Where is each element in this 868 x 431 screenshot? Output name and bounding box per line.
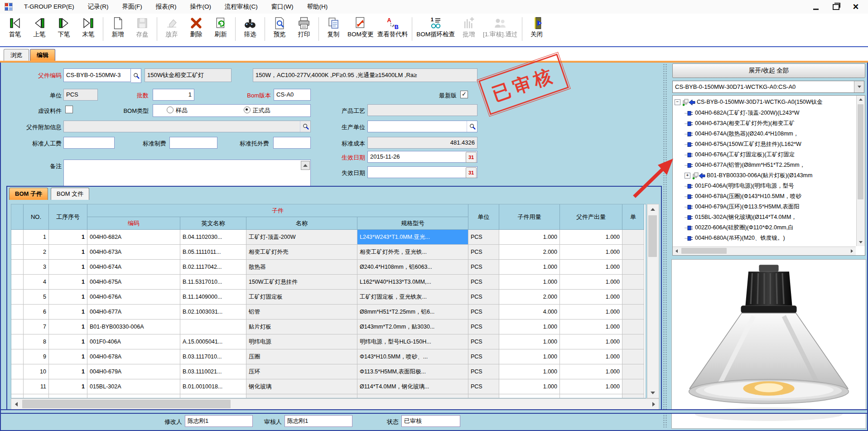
bom-cell-en[interactable]: B.05.1111011... bbox=[180, 245, 246, 260]
tree-hscroll-right-button[interactable] bbox=[848, 247, 856, 255]
bom-cell-code[interactable]: 004H0-676A bbox=[87, 290, 180, 305]
toolbar-button-查看替代料[interactable]: AB查看替代料 bbox=[376, 15, 410, 39]
bom-cell-name[interactable]: 150W工矿灯悬挂件 bbox=[246, 275, 357, 290]
bom-cell-code[interactable]: 004H0-674A bbox=[87, 260, 180, 275]
bom-cell-proc[interactable]: 1 bbox=[49, 334, 87, 349]
toolbar-button-刷新[interactable]: 刷新 bbox=[208, 15, 233, 39]
bom-type-sample-option[interactable]: 样品 bbox=[167, 107, 188, 114]
bom-cell-no[interactable]: 7 bbox=[24, 320, 49, 334]
bom-cell-proc[interactable]: 1 bbox=[49, 349, 87, 364]
bom-cell-ex[interactable] bbox=[622, 364, 644, 379]
bom-cell-out[interactable]: 1.000 bbox=[560, 230, 622, 245]
bom-cell-en[interactable]: B.02.1003031... bbox=[180, 305, 246, 320]
bom-cell-out[interactable]: 1.000 bbox=[560, 245, 622, 260]
collapse-icon[interactable]: − bbox=[675, 99, 680, 105]
bom-cell-ex[interactable] bbox=[622, 305, 644, 320]
menu-item-2[interactable]: 界面(F) bbox=[116, 0, 149, 14]
parent-extra-lookup-button[interactable] bbox=[300, 121, 310, 132]
tree-item-1[interactable]: 004H0-673A(相变工矿灯外壳)(相变工矿 bbox=[685, 118, 795, 129]
bom-cell-unit[interactable]: PCS bbox=[468, 230, 499, 245]
bom-table-vscrollbar[interactable] bbox=[647, 204, 659, 398]
bom-cell-qty[interactable]: 1.000 bbox=[499, 379, 560, 394]
bom-cell-code[interactable]: 004H0-675A bbox=[87, 275, 180, 290]
bom-cell-spec[interactable]: Ø143mm*T2.0mm，贴3030... bbox=[357, 320, 468, 334]
bom-cell-spec[interactable]: Φ110*Φ2.0，白色硅胶... bbox=[357, 394, 468, 398]
bom-cell-unit[interactable]: PCS bbox=[468, 260, 499, 275]
toolbar-button-BOM循环检查[interactable]: 1BOM循环检查 bbox=[415, 15, 457, 39]
hscroll-thumb[interactable] bbox=[22, 400, 231, 408]
bom-cell-spec[interactable]: 工矿灯固定板，亚光铁灰... bbox=[357, 290, 468, 305]
bom-cell-code[interactable]: 004H0-677A bbox=[87, 305, 180, 320]
bom-cell-out[interactable]: 1.000 bbox=[560, 290, 622, 305]
mfg-cost-input[interactable] bbox=[169, 137, 217, 149]
bom-cell-spec[interactable]: Φ143*H10.5MM，喷砂、... bbox=[357, 349, 468, 364]
bom-cell-proc[interactable]: 1 bbox=[49, 230, 87, 245]
menu-item-4[interactable]: 操作(O) bbox=[183, 0, 218, 14]
bom-cell-qty[interactable]: 1.000 bbox=[499, 349, 560, 364]
tree-vscroll-down-button[interactable] bbox=[857, 238, 864, 246]
bom-cell-out[interactable]: 1.000 bbox=[560, 364, 622, 379]
menu-item-0[interactable]: T-GROUP ERP(E) bbox=[17, 0, 81, 14]
bom-cell-code[interactable]: 004H0-682A bbox=[87, 230, 180, 245]
tree-root[interactable]: −CS-BYB-0-150MW-30D71-WCTKG-A0(150W钛金 bbox=[675, 97, 823, 107]
tree-vscroll-thumb[interactable] bbox=[858, 104, 863, 199]
bom-cell-spec[interactable]: Ø8mm*H51*T2.25mm，铝6... bbox=[357, 305, 468, 320]
bom-cell-out[interactable]: 1.000 bbox=[560, 275, 622, 290]
close-button[interactable]: × bbox=[852, 3, 860, 11]
hscroll-left-button[interactable] bbox=[11, 399, 21, 409]
bom-cell-no[interactable]: 6 bbox=[24, 305, 49, 320]
menu-item-1[interactable]: 记录(R) bbox=[81, 0, 116, 14]
menu-item-7[interactable]: 帮助(H) bbox=[300, 0, 335, 14]
latest-version-checkbox[interactable]: ✓ bbox=[460, 91, 468, 98]
bom-cell-ex[interactable] bbox=[622, 379, 644, 394]
bom-cell-unit[interactable]: PCS bbox=[468, 364, 499, 379]
bom-cell-ex[interactable] bbox=[622, 394, 644, 398]
bom-cell-code[interactable]: 004H0-678A bbox=[87, 349, 180, 364]
bom-cell-code[interactable]: 002Z0-606A bbox=[87, 394, 180, 398]
vscroll-thumb[interactable] bbox=[648, 215, 657, 257]
toolbar-button-下笔[interactable]: 下笔 bbox=[52, 15, 76, 39]
tree-item-10[interactable]: 015BL-302A(钢化玻璃)(Ø114*T4.0MM， bbox=[685, 212, 797, 223]
bom-cell-proc[interactable]: 1 bbox=[49, 245, 87, 260]
bom-cell-qty[interactable]: 2.000 bbox=[499, 245, 560, 260]
effective-date-input[interactable]: 2015-11-26 bbox=[367, 151, 477, 163]
toolbar-button-末笔[interactable]: 末笔 bbox=[76, 15, 101, 39]
bom-cell-no[interactable]: 2 bbox=[24, 245, 49, 260]
vscroll-up-button[interactable] bbox=[647, 204, 658, 214]
labor-cost-input[interactable] bbox=[63, 137, 115, 149]
tree-item-0[interactable]: 004H0-682A(工矿灯-顶盖-200W)(L243*W bbox=[685, 108, 800, 118]
bom-cell-code[interactable]: 015BL-302A bbox=[87, 379, 180, 394]
bom-cell-proc[interactable]: 1 bbox=[49, 379, 87, 394]
bom-cell-qty[interactable]: 1.000 bbox=[499, 260, 560, 275]
vscroll-down-button[interactable] bbox=[647, 388, 658, 398]
toolbar-button-关闭[interactable]: 关闭 bbox=[525, 15, 549, 39]
bom-cell-qty[interactable]: 1.000 bbox=[499, 230, 560, 245]
bom-cell-unit[interactable]: PCS bbox=[468, 334, 499, 349]
tree-item-2[interactable]: 004H0-674A(散热器)(Ø240.4*H108mm， bbox=[685, 129, 799, 139]
toolbar-button-首笔[interactable]: 首笔 bbox=[3, 15, 27, 39]
tree-vscrollbar[interactable] bbox=[856, 96, 865, 246]
dropdown-arrow-button[interactable] bbox=[854, 81, 864, 92]
bom-cell-name[interactable]: 工矿灯固定板 bbox=[246, 290, 357, 305]
parent-extra-field[interactable] bbox=[63, 121, 311, 132]
bom-cell-en[interactable]: A.15.0005041... bbox=[180, 334, 246, 349]
bom-cell-name[interactable]: 散热器 bbox=[246, 260, 357, 275]
bom-cell-en[interactable]: B.13.0543033... bbox=[180, 394, 246, 398]
bom-cell-name[interactable]: 压圈 bbox=[246, 349, 357, 364]
tree-hscroll-thumb[interactable] bbox=[681, 248, 727, 254]
bom-cell-qty[interactable]: 4.000 bbox=[499, 305, 560, 320]
bom-cell-name[interactable]: 明纬电源 bbox=[246, 334, 357, 349]
bom-cell-proc[interactable]: 1 bbox=[49, 260, 87, 275]
bom-cell-spec[interactable]: 明纬电源，型号HLG-150H... bbox=[357, 334, 468, 349]
tree-hscroll-left-button[interactable] bbox=[673, 247, 680, 255]
menu-item-6[interactable]: 窗口(W) bbox=[265, 0, 300, 14]
bom-cell-ex[interactable] bbox=[622, 320, 644, 334]
bom-cell-ex[interactable] bbox=[622, 290, 644, 305]
bom-cell-spec[interactable]: L243*W243*T1.0MM.亚光... bbox=[357, 230, 468, 245]
bom-cell-code[interactable]: 001F0-406A bbox=[87, 334, 180, 349]
bom-cell-qty[interactable]: 2.000 bbox=[499, 394, 560, 398]
tree-item-8[interactable]: 004H0-678A(压圈)(Φ143*H10.5MM，喷砂 bbox=[685, 191, 801, 202]
bom-cell-ex[interactable] bbox=[622, 230, 644, 245]
bom-cell-spec[interactable]: Ø240.4*H108mm，铝6063... bbox=[357, 260, 468, 275]
bom-table-hscrollbar[interactable] bbox=[11, 398, 659, 411]
